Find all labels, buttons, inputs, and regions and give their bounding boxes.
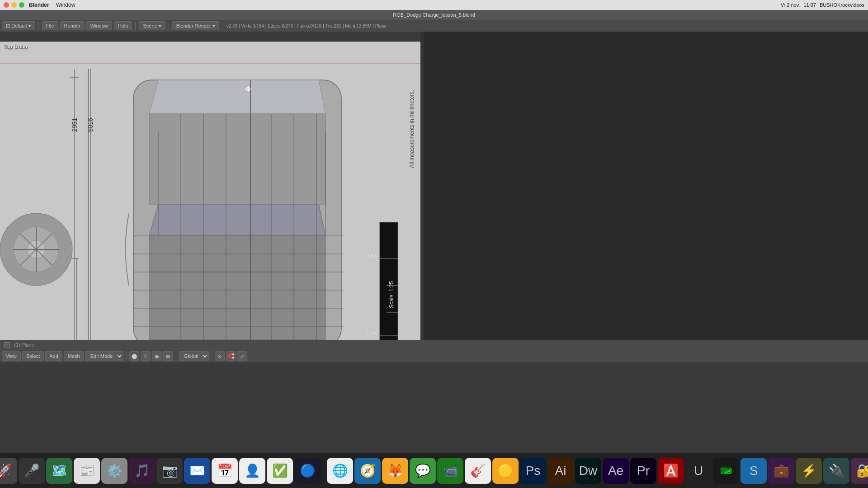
tb-icon-btn-2[interactable]: ▽ <box>141 351 151 361</box>
tb-icon-btn-4[interactable]: ⊠ <box>163 351 173 361</box>
svg-text:All measurements in millimeter: All measurements in millimeters. <box>409 90 415 168</box>
close-button[interactable] <box>4 2 9 8</box>
dock-icon-misc2[interactable]: 🔌 <box>823 458 849 484</box>
dock-icon-facetime[interactable]: 📹 <box>437 458 463 484</box>
render-engine-dropdown-icon: ▾ <box>212 23 215 29</box>
menu-separator-3 <box>169 22 169 30</box>
svg-rect-12 <box>149 308 326 340</box>
dock-icon-illustrator[interactable]: Ai <box>547 458 574 484</box>
info-text: v2.79 | Verts:0/154 | Edges:0/270 | Face… <box>226 23 387 28</box>
dock-icon-misc1[interactable]: ⚡ <box>796 458 822 484</box>
dock-icon-skype[interactable]: S <box>741 458 767 484</box>
mac-menu[interactable]: Window <box>56 2 75 8</box>
toolbar-separator-1 <box>126 352 127 361</box>
dock-icon-music[interactable]: 🎵 <box>129 458 155 484</box>
menu-separator-1 <box>38 22 39 30</box>
dark-background <box>424 10 868 362</box>
layout-label: Default <box>11 23 27 28</box>
toolbar-separator-2 <box>176 352 176 361</box>
dock-icon-misc3[interactable]: 🔐 <box>851 458 868 484</box>
tb-snap-btn[interactable]: 🧲 <box>226 351 236 361</box>
svg-rect-9 <box>149 114 326 204</box>
mesh-label: Mesh <box>68 353 80 359</box>
render-menu[interactable]: Render <box>60 21 85 30</box>
dock-icon-calendar[interactable]: 📅 <box>212 458 238 484</box>
add-button[interactable]: Add <box>45 351 62 361</box>
tb-proportional-btn[interactable]: ⊙ <box>215 351 225 361</box>
dock-icon-mail[interactable]: ✉️ <box>184 458 210 484</box>
layout-selector[interactable]: ⊞ Default ▾ <box>2 21 35 30</box>
view-label: View <box>6 353 17 359</box>
viewport-svg: 2951 5016 <box>0 42 420 340</box>
blueprint-background: 2951 5016 <box>0 42 420 340</box>
mac-menu-window[interactable]: Window <box>56 2 75 8</box>
dock-icon-reminders[interactable]: ✅ <box>267 458 293 484</box>
mode-selector[interactable]: Edit Mode <box>85 351 123 361</box>
svg-text:Scale: 1:25: Scale: 1:25 <box>388 281 395 308</box>
select-button[interactable]: Select <box>22 351 44 361</box>
dock-icon-photos[interactable]: 📷 <box>156 458 183 484</box>
bottom-status-bar: ⊞ (1) Plane <box>0 340 868 350</box>
dock-icon-photoshop[interactable]: Ps <box>520 458 546 484</box>
dock-icon-unity[interactable]: U <box>685 458 712 484</box>
svg-text:1.0m: 1.0m <box>367 330 377 335</box>
dock-icon-preferences[interactable]: ⚙️ <box>101 458 127 484</box>
minimize-button[interactable] <box>11 2 17 8</box>
layout-icon: ⊞ <box>6 23 10 29</box>
dock-icon-after-effects[interactable]: Ae <box>603 458 629 484</box>
dock-icon-acrobat[interactable]: 🅰️ <box>658 458 684 484</box>
maximize-button[interactable] <box>19 2 24 8</box>
window-menu[interactable]: Window <box>86 21 112 30</box>
tb-icon-btn-1[interactable]: ⬤ <box>129 351 139 361</box>
app-name: Blender <box>29 2 49 8</box>
dock-icon-news[interactable]: 📰 <box>74 458 100 484</box>
svg-text:0.5m: 0.5m <box>367 253 377 258</box>
scene-dropdown-icon: ▾ <box>159 23 161 29</box>
mac-right-icons: Vr 2 nov. 11:07 BUSHOKrockvideos <box>781 2 864 8</box>
status-grid-icon: ⊞ <box>4 340 10 350</box>
dock-icon-dreamweaver[interactable]: Dw <box>575 458 601 484</box>
dock-icon-firefox[interactable]: 🦊 <box>382 458 408 484</box>
dock-icon-blender[interactable]: 🔵 <box>294 458 321 484</box>
select-label: Select <box>26 353 40 359</box>
tb-icon-btn-3[interactable]: ◉ <box>152 351 162 361</box>
dock-icon-terminal[interactable]: ⌨ <box>713 458 739 484</box>
window-controls[interactable] <box>4 2 24 8</box>
dock-icon-siri[interactable]: 🎤 <box>19 458 45 484</box>
global-selector[interactable]: Global <box>179 351 209 361</box>
mac-time: 11:07 <box>803 2 816 8</box>
dock-icon-itunes[interactable]: 🎸 <box>465 458 491 484</box>
top-menu-bar: ⊞ Default ▾ File Render Window Help Scen… <box>0 20 868 32</box>
scene-selector[interactable]: Scene ▾ <box>139 21 165 30</box>
bottom-toolbar: View Select Add Mesh Edit Mode ⬤ ▽ ◉ ⊠ G… <box>0 350 868 362</box>
blender-titlebar: ROB_Dodge Charge_lesson_5.blend <box>0 10 868 20</box>
main-viewport[interactable]: 2951 5016 <box>0 42 420 340</box>
tb-mirror-btn[interactable]: ⤢ <box>237 351 247 361</box>
dock-icon-safari[interactable]: 🧭 <box>354 458 381 484</box>
mesh-button[interactable]: Mesh <box>64 351 84 361</box>
dock-icon-chrome[interactable]: 🌐 <box>327 458 353 484</box>
dock-icon-launchpad[interactable]: 🚀 <box>0 458 17 484</box>
render-engine-label: Blender Render <box>176 23 211 28</box>
help-menu[interactable]: Help <box>114 21 132 30</box>
render-engine-selector[interactable]: Blender Render ▾ <box>172 21 219 30</box>
viewport-label: Top Ortho <box>4 44 27 49</box>
menu-separator-2 <box>135 22 136 30</box>
file-menu[interactable]: File <box>42 21 58 30</box>
view-button[interactable]: View <box>2 351 21 361</box>
mac-dock: 🔍 🚀 🎤 🗺️ 📰 ⚙️ 🎵 📷 ✉️ 📅 👤 ✅ 🔵 🌐 🧭 🦊 💬 📹 🎸… <box>0 453 868 488</box>
dock-icon-slack[interactable]: 💼 <box>768 458 794 484</box>
svg-text:2951: 2951 <box>71 118 78 132</box>
mac-user: BUSHOKrockvideos <box>820 2 864 8</box>
dock-icon-premiere[interactable]: Pr <box>630 458 656 484</box>
dock-icon-contacts[interactable]: 👤 <box>239 458 265 484</box>
mac-topbar: Blender Window Vr 2 nov. 11:07 BUSHOKroc… <box>0 0 868 10</box>
dock-icon-maps[interactable]: 🗺️ <box>46 458 72 484</box>
layout-dropdown-icon: ▾ <box>28 23 31 29</box>
mac-date: Vr 2 nov. <box>781 2 800 8</box>
viewport-divider[interactable] <box>420 10 424 362</box>
dock-icon-messages[interactable]: 💬 <box>410 458 436 484</box>
dock-icon-sketch[interactable]: 🟡 <box>492 458 519 484</box>
blender-file-title: ROB_Dodge Charge_lesson_5.blend <box>393 12 475 18</box>
add-label: Add <box>49 353 58 359</box>
